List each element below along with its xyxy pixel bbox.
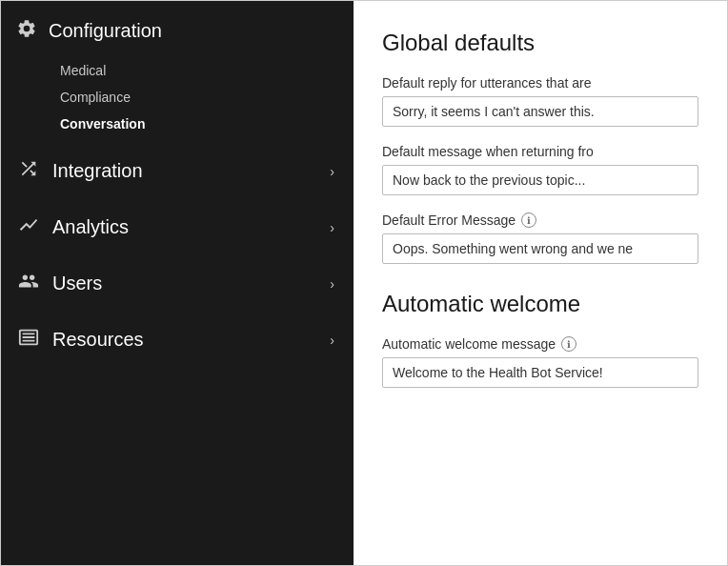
field-input-returning-message[interactable] [382,165,698,195]
welcome-message-info-icon[interactable]: ℹ [561,336,576,352]
field-group-returning-message: Default message when returning fro [382,144,698,195]
field-group-welcome-message: Automatic welcome message ℹ [382,336,698,388]
field-label-error-message: Default Error Message ℹ [382,212,698,228]
resources-chevron-icon: › [330,333,334,348]
gear-icon [16,18,37,44]
field-label-returning-message: Default message when returning fro [382,144,698,159]
sidebar-nav-item-integration[interactable]: Integration › [1,143,354,199]
field-input-welcome-message[interactable] [382,357,698,388]
users-icon [16,271,41,296]
sidebar-nav-item-users[interactable]: Users › [1,255,354,312]
global-defaults-title: Global defaults [382,30,698,56]
error-message-info-icon[interactable]: ℹ [521,212,536,228]
field-label-welcome-message: Automatic welcome message ℹ [382,336,698,352]
global-defaults-section: Global defaults Default reply for uttera… [382,30,698,264]
automatic-welcome-section: Automatic welcome Automatic welcome mess… [382,291,698,388]
automatic-welcome-title: Automatic welcome [382,291,698,317]
field-label-default-reply: Default reply for utterances that are [382,75,698,91]
integration-chevron-icon: › [330,164,334,179]
field-input-error-message[interactable] [382,233,698,264]
sidebar-users-label: Users [52,273,318,294]
users-chevron-icon: › [330,276,334,292]
field-input-default-reply[interactable] [382,96,698,127]
sidebar-header-configuration[interactable]: Configuration [1,1,354,57]
sidebar: Configuration Medical Compliance Convers… [1,1,354,565]
resources-icon [16,327,41,353]
sidebar-nav-item-analytics[interactable]: Analytics › [1,199,354,255]
sidebar-item-conversation[interactable]: Conversation [51,111,354,137]
sidebar-nav-item-resources[interactable]: Resources › [1,312,354,368]
integration-icon [16,158,41,184]
sidebar-item-compliance[interactable]: Compliance [51,84,354,111]
sidebar-item-medical[interactable]: Medical [51,57,354,84]
sidebar-resources-label: Resources [52,329,318,351]
analytics-chevron-icon: › [330,220,334,235]
main-content: Global defaults Default reply for uttera… [354,1,727,565]
sidebar-sub-items: Medical Compliance Conversation [1,57,354,143]
sidebar-configuration-label: Configuration [49,20,162,42]
field-group-error-message: Default Error Message ℹ [382,212,698,264]
field-group-default-reply: Default reply for utterances that are [382,75,698,127]
sidebar-analytics-label: Analytics [52,216,318,238]
analytics-icon [16,214,41,240]
sidebar-integration-label: Integration [52,160,318,182]
